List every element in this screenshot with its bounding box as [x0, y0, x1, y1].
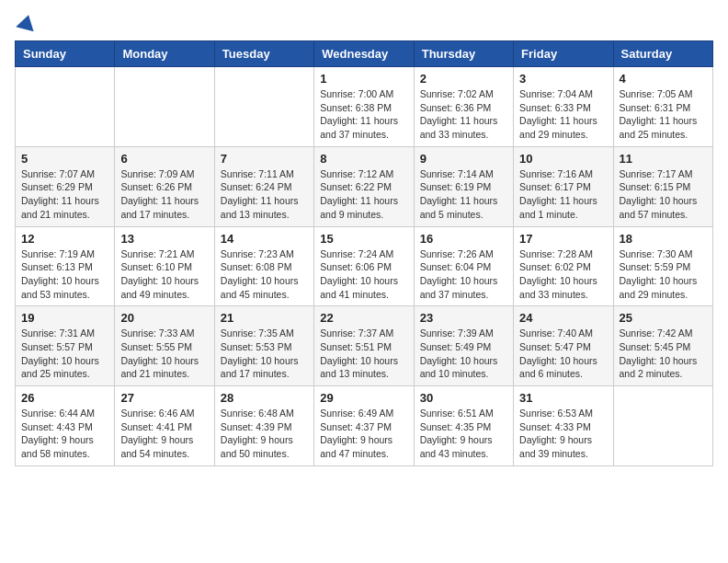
day-number: 21: [221, 311, 308, 325]
calendar-cell: 9Sunrise: 7:14 AM Sunset: 6:19 PM Daylig…: [414, 146, 513, 226]
day-info: Sunrise: 7:33 AM Sunset: 5:55 PM Dayligh…: [120, 327, 208, 381]
calendar-cell: [115, 67, 214, 147]
calendar-table: SundayMondayTuesdayWednesdayThursdayFrid…: [15, 40, 713, 466]
day-number: 9: [420, 152, 507, 166]
day-number: 10: [519, 152, 607, 166]
calendar-cell: 27Sunrise: 6:46 AM Sunset: 4:41 PM Dayli…: [115, 386, 214, 466]
day-info: Sunrise: 7:35 AM Sunset: 5:53 PM Dayligh…: [221, 327, 308, 381]
calendar-header-saturday: Saturday: [613, 41, 712, 67]
day-number: 16: [420, 232, 507, 246]
day-info: Sunrise: 7:14 AM Sunset: 6:19 PM Dayligh…: [420, 167, 507, 222]
day-number: 1: [320, 72, 407, 86]
calendar-cell: 23Sunrise: 7:39 AM Sunset: 5:49 PM Dayli…: [414, 306, 513, 386]
day-number: 3: [519, 72, 607, 86]
day-number: 22: [320, 311, 407, 325]
day-info: Sunrise: 7:40 AM Sunset: 5:47 PM Dayligh…: [519, 327, 607, 381]
calendar-week-row: 26Sunrise: 6:44 AM Sunset: 4:43 PM Dayli…: [16, 386, 713, 466]
calendar-cell: 7Sunrise: 7:11 AM Sunset: 6:24 PM Daylig…: [214, 146, 313, 226]
calendar-cell: 13Sunrise: 7:21 AM Sunset: 6:10 PM Dayli…: [115, 226, 214, 306]
calendar-cell: [613, 386, 712, 466]
calendar-cell: 4Sunrise: 7:05 AM Sunset: 6:31 PM Daylig…: [613, 67, 712, 147]
day-number: 8: [320, 152, 407, 166]
day-number: 24: [519, 311, 607, 325]
day-number: 7: [221, 152, 308, 166]
day-info: Sunrise: 7:00 AM Sunset: 6:38 PM Dayligh…: [320, 87, 407, 142]
day-number: 30: [420, 391, 507, 405]
day-number: 5: [21, 152, 108, 166]
logo: [15, 15, 36, 29]
calendar-cell: [16, 67, 115, 147]
day-info: Sunrise: 7:30 AM Sunset: 5:59 PM Dayligh…: [620, 247, 707, 302]
day-number: 25: [620, 311, 707, 325]
day-info: Sunrise: 7:28 AM Sunset: 6:02 PM Dayligh…: [519, 247, 607, 302]
calendar-cell: 19Sunrise: 7:31 AM Sunset: 5:57 PM Dayli…: [16, 306, 115, 386]
day-number: 2: [420, 72, 507, 86]
calendar-week-row: 5Sunrise: 7:07 AM Sunset: 6:29 PM Daylig…: [16, 146, 713, 226]
calendar-cell: 30Sunrise: 6:51 AM Sunset: 4:35 PM Dayli…: [414, 386, 513, 466]
calendar-cell: 8Sunrise: 7:12 AM Sunset: 6:22 PM Daylig…: [314, 146, 414, 226]
calendar-cell: 2Sunrise: 7:02 AM Sunset: 6:36 PM Daylig…: [414, 67, 513, 147]
calendar-cell: 10Sunrise: 7:16 AM Sunset: 6:17 PM Dayli…: [514, 146, 613, 226]
day-info: Sunrise: 7:37 AM Sunset: 5:51 PM Dayligh…: [320, 327, 407, 381]
day-info: Sunrise: 7:17 AM Sunset: 6:15 PM Dayligh…: [620, 167, 707, 222]
day-info: Sunrise: 7:04 AM Sunset: 6:33 PM Dayligh…: [519, 87, 607, 142]
day-info: Sunrise: 7:09 AM Sunset: 6:26 PM Dayligh…: [120, 167, 208, 222]
day-number: 23: [420, 311, 507, 325]
calendar-week-row: 19Sunrise: 7:31 AM Sunset: 5:57 PM Dayli…: [16, 306, 713, 386]
day-info: Sunrise: 6:51 AM Sunset: 4:35 PM Dayligh…: [420, 407, 507, 461]
calendar-cell: 25Sunrise: 7:42 AM Sunset: 5:45 PM Dayli…: [613, 306, 712, 386]
day-number: 13: [120, 232, 208, 246]
day-number: 20: [120, 311, 208, 325]
logo-triangle-icon: [16, 13, 37, 32]
calendar-cell: 24Sunrise: 7:40 AM Sunset: 5:47 PM Dayli…: [514, 306, 613, 386]
day-info: Sunrise: 7:31 AM Sunset: 5:57 PM Dayligh…: [21, 327, 108, 381]
day-number: 27: [120, 391, 208, 405]
calendar-cell: 14Sunrise: 7:23 AM Sunset: 6:08 PM Dayli…: [214, 226, 313, 306]
day-number: 26: [21, 391, 108, 405]
day-number: 28: [221, 391, 308, 405]
day-number: 11: [620, 152, 707, 166]
day-info: Sunrise: 7:12 AM Sunset: 6:22 PM Dayligh…: [320, 167, 407, 222]
day-number: 29: [320, 391, 407, 405]
day-info: Sunrise: 7:05 AM Sunset: 6:31 PM Dayligh…: [620, 87, 707, 142]
calendar-cell: 22Sunrise: 7:37 AM Sunset: 5:51 PM Dayli…: [314, 306, 414, 386]
day-info: Sunrise: 7:02 AM Sunset: 6:36 PM Dayligh…: [420, 87, 507, 142]
calendar-cell: 11Sunrise: 7:17 AM Sunset: 6:15 PM Dayli…: [613, 146, 712, 226]
day-info: Sunrise: 7:07 AM Sunset: 6:29 PM Dayligh…: [21, 167, 108, 222]
calendar-header-monday: Monday: [115, 41, 214, 67]
day-number: 12: [21, 232, 108, 246]
calendar-cell: 21Sunrise: 7:35 AM Sunset: 5:53 PM Dayli…: [214, 306, 313, 386]
calendar-cell: 20Sunrise: 7:33 AM Sunset: 5:55 PM Dayli…: [115, 306, 214, 386]
day-info: Sunrise: 6:44 AM Sunset: 4:43 PM Dayligh…: [21, 407, 108, 461]
calendar-week-row: 1Sunrise: 7:00 AM Sunset: 6:38 PM Daylig…: [16, 67, 713, 147]
day-info: Sunrise: 7:19 AM Sunset: 6:13 PM Dayligh…: [21, 247, 108, 302]
calendar-cell: 5Sunrise: 7:07 AM Sunset: 6:29 PM Daylig…: [16, 146, 115, 226]
calendar-header-friday: Friday: [514, 41, 613, 67]
calendar-cell: 29Sunrise: 6:49 AM Sunset: 4:37 PM Dayli…: [314, 386, 414, 466]
calendar-cell: 6Sunrise: 7:09 AM Sunset: 6:26 PM Daylig…: [115, 146, 214, 226]
day-info: Sunrise: 7:26 AM Sunset: 6:04 PM Dayligh…: [420, 247, 507, 302]
calendar-cell: 1Sunrise: 7:00 AM Sunset: 6:38 PM Daylig…: [314, 67, 414, 147]
day-info: Sunrise: 7:21 AM Sunset: 6:10 PM Dayligh…: [120, 247, 208, 302]
calendar-cell: 17Sunrise: 7:28 AM Sunset: 6:02 PM Dayli…: [514, 226, 613, 306]
calendar-cell: [214, 67, 313, 147]
day-info: Sunrise: 7:16 AM Sunset: 6:17 PM Dayligh…: [519, 167, 607, 222]
calendar-cell: 3Sunrise: 7:04 AM Sunset: 6:33 PM Daylig…: [514, 67, 613, 147]
calendar-header-thursday: Thursday: [414, 41, 513, 67]
day-info: Sunrise: 7:39 AM Sunset: 5:49 PM Dayligh…: [420, 327, 507, 381]
calendar-header-tuesday: Tuesday: [214, 41, 313, 67]
calendar-cell: 31Sunrise: 6:53 AM Sunset: 4:33 PM Dayli…: [514, 386, 613, 466]
day-number: 15: [320, 232, 407, 246]
day-number: 6: [120, 152, 208, 166]
day-info: Sunrise: 7:42 AM Sunset: 5:45 PM Dayligh…: [620, 327, 707, 381]
calendar-cell: 12Sunrise: 7:19 AM Sunset: 6:13 PM Dayli…: [16, 226, 115, 306]
calendar-header-wednesday: Wednesday: [314, 41, 414, 67]
day-number: 18: [620, 232, 707, 246]
day-info: Sunrise: 7:11 AM Sunset: 6:24 PM Dayligh…: [221, 167, 308, 222]
calendar-cell: 16Sunrise: 7:26 AM Sunset: 6:04 PM Dayli…: [414, 226, 513, 306]
page-header: [15, 15, 713, 29]
day-info: Sunrise: 6:49 AM Sunset: 4:37 PM Dayligh…: [320, 407, 407, 461]
calendar-header-row: SundayMondayTuesdayWednesdayThursdayFrid…: [16, 41, 713, 67]
day-info: Sunrise: 7:24 AM Sunset: 6:06 PM Dayligh…: [320, 247, 407, 302]
day-info: Sunrise: 6:53 AM Sunset: 4:33 PM Dayligh…: [519, 407, 607, 461]
